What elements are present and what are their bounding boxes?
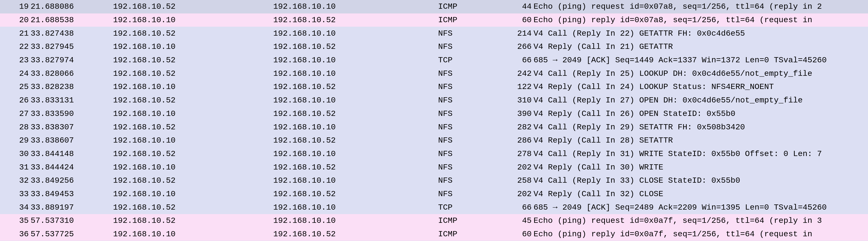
packet-number: 25: [0, 82, 31, 91]
packet-destination: 192.168.10.10: [273, 29, 438, 38]
packet-destination: 192.168.10.52: [273, 230, 438, 239]
packet-time: 33.849453: [31, 190, 113, 198]
packet-source: 192.168.10.10: [113, 190, 273, 198]
packet-row[interactable]: 2333.827974192.168.10.52192.168.10.10TCP…: [0, 54, 868, 67]
packet-length: 45: [507, 216, 533, 225]
packet-protocol: NFS: [438, 190, 507, 198]
packet-protocol: ICMP: [438, 2, 507, 11]
packet-row[interactable]: 3433.889197192.168.10.52192.168.10.10TCP…: [0, 200, 868, 214]
packet-number: 22: [0, 42, 31, 51]
packet-source: 192.168.10.10: [113, 136, 273, 145]
packet-row[interactable]: 2233.827945192.168.10.10192.168.10.52NFS…: [0, 40, 868, 54]
packet-destination: 192.168.10.52: [273, 190, 438, 198]
packet-info: 685 → 2049 [ACK] Seq=1449 Ack=1337 Win=1…: [533, 56, 868, 65]
packet-source: 192.168.10.52: [113, 216, 273, 225]
packet-length: 60: [507, 230, 533, 239]
packet-source: 192.168.10.52: [113, 96, 273, 105]
packet-row[interactable]: 2021.688538192.168.10.10192.168.10.52ICM…: [0, 14, 868, 27]
packet-list-table: 1921.688086192.168.10.52192.168.10.10ICM…: [0, 0, 868, 241]
packet-info: V4 Reply (Call In 32) CLOSE: [533, 190, 868, 198]
packet-length: 44: [507, 2, 533, 11]
packet-source: 192.168.10.52: [113, 203, 273, 212]
packet-protocol: TCP: [438, 56, 507, 65]
packet-info: V4 Reply (Call In 21) GETATTR: [533, 42, 868, 51]
packet-protocol: NFS: [438, 96, 507, 105]
packet-row[interactable]: 2533.828238192.168.10.10192.168.10.52NFS…: [0, 80, 868, 94]
packet-number: 21: [0, 29, 31, 38]
packet-destination: 192.168.10.10: [273, 96, 438, 105]
packet-time: 57.537310: [31, 216, 113, 225]
packet-source: 192.168.10.52: [113, 69, 273, 78]
packet-row[interactable]: 2133.827438192.168.10.52192.168.10.10NFS…: [0, 27, 868, 40]
packet-info: Echo (ping) reply id=0x0a7f, seq=1/256, …: [533, 230, 868, 239]
packet-protocol: TCP: [438, 203, 507, 212]
packet-row[interactable]: 3133.844424192.168.10.10192.168.10.52NFS…: [0, 161, 868, 174]
packet-length: 310: [507, 96, 533, 105]
packet-source: 192.168.10.52: [113, 176, 273, 185]
packet-row[interactable]: 2933.838607192.168.10.10192.168.10.52NFS…: [0, 134, 868, 147]
packet-protocol: NFS: [438, 150, 507, 158]
packet-number: 20: [0, 16, 31, 25]
packet-source: 192.168.10.10: [113, 16, 273, 25]
packet-source: 192.168.10.10: [113, 230, 273, 239]
packet-destination: 192.168.10.10: [273, 203, 438, 212]
packet-length: 214: [507, 29, 533, 38]
packet-protocol: NFS: [438, 42, 507, 51]
packet-info: V4 Call (Reply In 33) CLOSE StateID: 0x5…: [533, 176, 868, 185]
packet-row[interactable]: 2833.838307192.168.10.52192.168.10.10NFS…: [0, 121, 868, 134]
packet-protocol: NFS: [438, 29, 507, 38]
packet-info: Echo (ping) reply id=0x07a8, seq=1/256, …: [533, 16, 868, 25]
packet-number: 36: [0, 230, 31, 239]
packet-source: 192.168.10.10: [113, 109, 273, 118]
packet-time: 33.828238: [31, 82, 113, 91]
packet-row[interactable]: 2733.833590192.168.10.10192.168.10.52NFS…: [0, 107, 868, 121]
packet-source: 192.168.10.52: [113, 150, 273, 158]
packet-destination: 192.168.10.10: [273, 69, 438, 78]
packet-number: 33: [0, 190, 31, 198]
packet-number: 34: [0, 203, 31, 212]
packet-row[interactable]: 3233.849256192.168.10.52192.168.10.10NFS…: [0, 174, 868, 187]
packet-time: 33.827974: [31, 56, 113, 65]
packet-row[interactable]: 3333.849453192.168.10.10192.168.10.52NFS…: [0, 187, 868, 201]
packet-destination: 192.168.10.10: [273, 150, 438, 158]
packet-info: V4 Call (Reply In 29) SETATTR FH: 0x508b…: [533, 123, 868, 132]
packet-row[interactable]: 3033.844148192.168.10.52192.168.10.10NFS…: [0, 147, 868, 161]
packet-destination: 192.168.10.52: [273, 82, 438, 91]
packet-row[interactable]: 3657.537725192.168.10.10192.168.10.52ICM…: [0, 227, 868, 241]
packet-time: 21.688086: [31, 2, 113, 11]
packet-number: 29: [0, 136, 31, 145]
packet-protocol: ICMP: [438, 230, 507, 239]
packet-destination: 192.168.10.52: [273, 16, 438, 25]
packet-time: 33.849256: [31, 176, 113, 185]
packet-length: 202: [507, 163, 533, 172]
packet-destination: 192.168.10.10: [273, 123, 438, 132]
packet-time: 33.838607: [31, 136, 113, 145]
packet-protocol: ICMP: [438, 216, 507, 225]
packet-length: 286: [507, 136, 533, 145]
packet-protocol: NFS: [438, 109, 507, 118]
packet-length: 242: [507, 69, 533, 78]
packet-row[interactable]: 1921.688086192.168.10.52192.168.10.10ICM…: [0, 0, 868, 14]
packet-row[interactable]: 2433.828066192.168.10.52192.168.10.10NFS…: [0, 67, 868, 80]
packet-length: 258: [507, 176, 533, 185]
packet-number: 35: [0, 216, 31, 225]
packet-source: 192.168.10.10: [113, 42, 273, 51]
packet-time: 33.827438: [31, 29, 113, 38]
packet-row[interactable]: 2633.833131192.168.10.52192.168.10.10NFS…: [0, 94, 868, 107]
packet-source: 192.168.10.52: [113, 56, 273, 65]
packet-number: 32: [0, 176, 31, 185]
packet-time: 57.537725: [31, 230, 113, 239]
packet-time: 33.838307: [31, 123, 113, 132]
packet-protocol: NFS: [438, 136, 507, 145]
packet-source: 192.168.10.52: [113, 29, 273, 38]
packet-source: 192.168.10.52: [113, 123, 273, 132]
packet-row[interactable]: 3557.537310192.168.10.52192.168.10.10ICM…: [0, 214, 868, 227]
packet-time: 33.833590: [31, 109, 113, 118]
packet-number: 24: [0, 69, 31, 78]
packet-time: 33.833131: [31, 96, 113, 105]
packet-number: 26: [0, 96, 31, 105]
packet-info: V4 Call (Reply In 31) WRITE StateID: 0x5…: [533, 150, 868, 158]
packet-source: 192.168.10.10: [113, 82, 273, 91]
packet-info: V4 Call (Reply In 22) GETATTR FH: 0x0c4d…: [533, 29, 868, 38]
packet-number: 28: [0, 123, 31, 132]
